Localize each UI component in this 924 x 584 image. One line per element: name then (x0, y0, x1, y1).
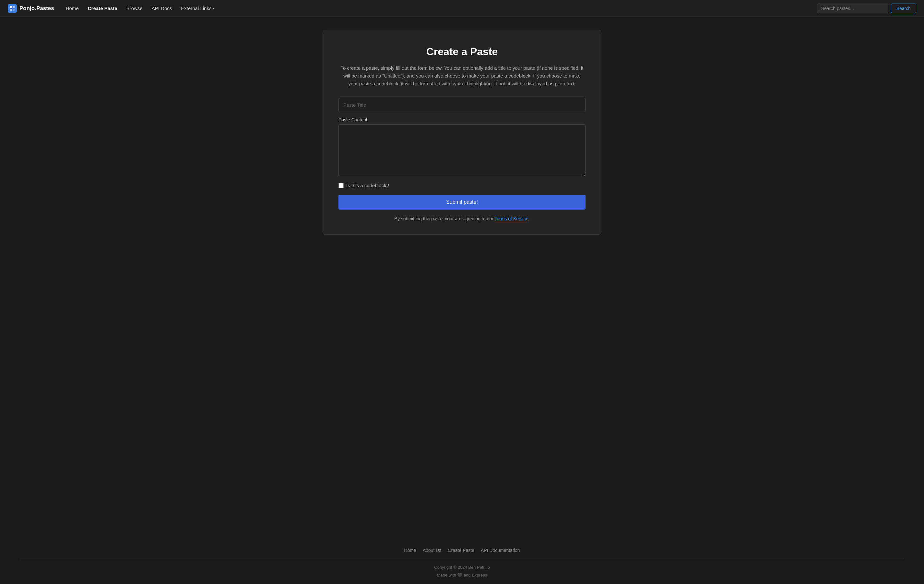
footer-nav: Home About Us Create Paste API Documenta… (7, 548, 917, 553)
heart-icon: 🖤 (457, 572, 464, 577)
nav-browse[interactable]: Browse (122, 3, 147, 13)
codeblock-checkbox[interactable] (338, 183, 344, 188)
submit-button[interactable]: Submit paste! (338, 195, 586, 210)
made-with-label: Made with (437, 572, 456, 577)
nav-api-docs[interactable]: API Docs (148, 3, 176, 13)
tos-text: By submitting this paste, your are agree… (338, 216, 586, 221)
footer-divider (20, 558, 904, 558)
brand-icon (8, 4, 17, 13)
tos-link[interactable]: Terms of Service (494, 216, 528, 221)
made-with-text: Made with 🖤 and Express (7, 571, 917, 579)
footer: Home About Us Create Paste API Documenta… (0, 540, 924, 584)
card-title: Create a Paste (338, 46, 586, 58)
tos-before-text: By submitting this paste, your are agree… (394, 216, 495, 221)
paste-content-group: Paste Content (338, 117, 586, 177)
main-content: Create a Paste To create a paste, simply… (0, 17, 924, 540)
nav-home[interactable]: Home (62, 3, 82, 13)
brand-name: Ponjo.Pastes (20, 5, 54, 12)
search-area: Search (817, 3, 916, 13)
codeblock-group: Is this a codeblock? (338, 183, 586, 188)
and-express-label: and Express (464, 572, 487, 577)
search-button[interactable]: Search (891, 3, 916, 13)
footer-copyright: Copyright © 2024 Ben Petrillo Made with … (7, 564, 917, 579)
nav-external-links-dropdown[interactable]: External Links ▾ (177, 3, 218, 13)
nav-external-links-label: External Links (181, 5, 211, 11)
paste-content-label: Paste Content (338, 117, 586, 122)
svg-rect-2 (10, 9, 12, 11)
footer-link-about[interactable]: About Us (423, 548, 442, 553)
chevron-down-icon: ▾ (213, 7, 214, 10)
footer-link-create-paste[interactable]: Create Paste (448, 548, 474, 553)
svg-rect-3 (13, 9, 15, 11)
nav-create-paste[interactable]: Create Paste (84, 3, 121, 13)
tos-after-text: . (528, 216, 530, 221)
svg-rect-0 (10, 6, 12, 8)
nav-links: Home Create Paste Browse API Docs Extern… (62, 3, 817, 13)
copyright-text: Copyright © 2024 Ben Petrillo (7, 564, 917, 571)
card-description: To create a paste, simply fill out the f… (338, 64, 586, 88)
paste-title-input[interactable] (338, 98, 586, 112)
footer-link-home[interactable]: Home (404, 548, 416, 553)
svg-rect-1 (13, 6, 15, 8)
search-input[interactable] (817, 3, 888, 13)
create-paste-card: Create a Paste To create a paste, simply… (323, 30, 601, 235)
paste-content-textarea[interactable] (338, 124, 586, 176)
codeblock-label[interactable]: Is this a codeblock? (346, 183, 389, 188)
navbar: Ponjo.Pastes Home Create Paste Browse AP… (0, 0, 924, 17)
brand-logo[interactable]: Ponjo.Pastes (8, 4, 54, 13)
paste-title-group (338, 98, 586, 112)
footer-link-api-docs[interactable]: API Documentation (481, 548, 520, 553)
